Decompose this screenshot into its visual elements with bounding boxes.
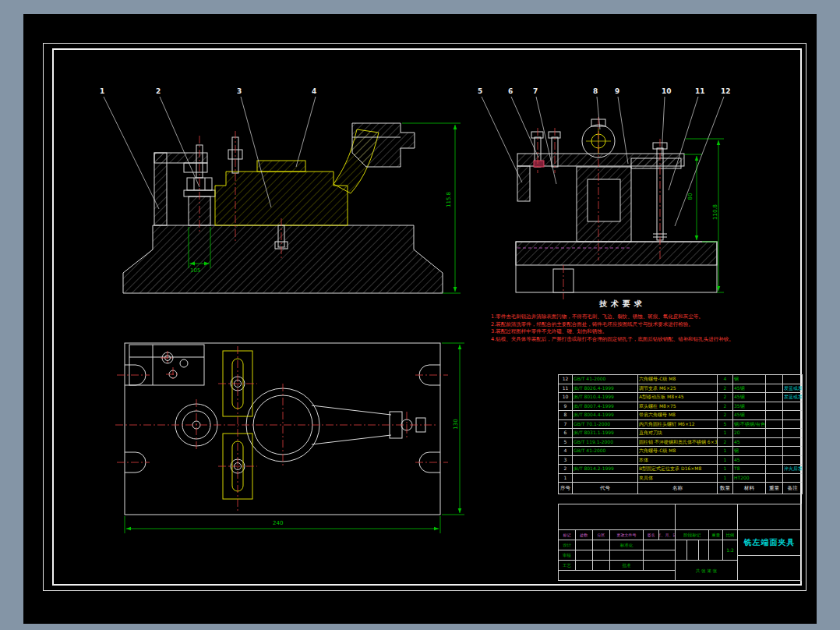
revision-header: 分区 — [593, 530, 610, 540]
header-num: 序号 — [559, 483, 573, 494]
parts-cell-remark — [783, 447, 803, 456]
tech-req-line: 3.装配过程图样中零件不允许磕、碰、划伤和锈蚀。 — [491, 328, 754, 336]
parts-cell-weight — [766, 455, 783, 465]
weight-label: 重量 — [709, 530, 723, 540]
drawing-title: 铣左端面夹具 — [744, 537, 796, 548]
parts-cell-remark: 淬火后发黑处理 — [783, 465, 803, 474]
parts-cell-weight — [766, 384, 783, 393]
parts-cell-qty: 2 — [718, 411, 733, 420]
revision-header: 签名 — [644, 530, 659, 540]
parts-cell-remark — [783, 411, 803, 420]
parts-cell-material: 20 — [733, 429, 766, 438]
balloon-2: 2 — [156, 87, 161, 95]
parts-cell-code: GB/T 41-2000 — [573, 375, 638, 384]
parts-cell-remark — [783, 419, 803, 429]
header-weight: 重量 — [766, 483, 783, 494]
header-code: 代号 — [573, 483, 638, 494]
weight-value — [709, 540, 723, 560]
role-process: 工艺 — [559, 561, 576, 570]
revision-header: 标记 — [559, 530, 576, 540]
parts-row: 4GB/T 41-2000六角螺母-C级 M81钢 — [559, 447, 803, 456]
parts-cell-material: 钢 — [733, 447, 766, 456]
dim-side-inner: 80 — [687, 193, 694, 200]
tech-req-line: 2.装配前清洗零件，经配合的主要配合面处，铸件毛坯应按图纸尺寸与技术要求进行检验… — [491, 321, 754, 329]
parts-cell-material: 钢 — [733, 375, 766, 384]
parts-cell-material: 45钢 — [733, 393, 766, 402]
parts-cell-code: JB/T 8007.4-1999 — [573, 402, 638, 411]
parts-row: 11JB/T 8026.4-1999调节支承 M6×25245钢发蓝或发黑处理 — [559, 384, 803, 393]
parts-cell-material: 35钢 — [733, 402, 766, 411]
parts-cell-material: 45钢 — [733, 384, 766, 393]
parts-cell-name: 内六角圆柱头螺钉 M6×12 — [638, 419, 718, 429]
parts-cell-remark: 发蓝或发黑处理 — [783, 393, 803, 402]
parts-cell-qty: 4 — [718, 375, 733, 384]
parts-cell-name: 圆柱销 不淬硬钢和奥氏体不锈钢 6×30 — [638, 437, 718, 447]
parts-cell-remark: 发蓝或发黑处理 — [783, 384, 803, 393]
parts-cell-material: T8 — [733, 465, 766, 474]
parts-cell-name: 直角对刀块 — [638, 429, 718, 438]
balloon-7: 7 — [533, 87, 538, 95]
balloon-12: 12 — [721, 87, 731, 95]
sheet-info: 共 张 第 张 — [676, 561, 737, 581]
stage-label: 阶段标记 — [676, 530, 709, 540]
tech-req-line: 4.钻模、夹具体等装配后，严禁打击或敲打不合理的固定销孔子，底面后钻铰销配、错补… — [491, 336, 754, 344]
parts-cell-name: 夹具体 — [638, 473, 718, 483]
parts-cell-qty: 5 — [718, 419, 733, 429]
parts-cell-qty: 1 — [718, 429, 733, 438]
technical-requirements: 技术要求 1.零件去毛刺锐边并清除表面污物，不得有毛刺、飞边、裂纹、锈蚀、斑痕、… — [491, 299, 754, 343]
parts-cell-weight — [766, 465, 783, 474]
role-check: 审核 — [559, 550, 576, 560]
parts-row: 6JB/T 8031.1-1999直角对刀块120 — [559, 429, 803, 438]
parts-cell-name: B型固定式定位支承 D16×M8 — [638, 465, 718, 474]
parts-cell-remark — [783, 429, 803, 438]
balloon-4: 4 — [312, 87, 316, 95]
parts-cell-num: 5 — [559, 437, 573, 447]
parts-cell-weight — [766, 402, 783, 411]
parts-cell-material: 45钢 — [733, 411, 766, 420]
parts-cell-name: 六角螺母-C级 M8 — [638, 375, 718, 384]
parts-cell-name: 本体 — [638, 455, 718, 465]
parts-cell-material: HT200 — [733, 473, 766, 483]
parts-cell-weight — [766, 437, 783, 447]
parts-cell-qty: 2 — [718, 384, 733, 393]
parts-cell-remark — [783, 402, 803, 411]
parts-cell-code: GB/T 119.1-2000 — [573, 437, 638, 447]
balloon-10: 10 — [662, 87, 672, 95]
revision-header-row: 标记处数分区更改文件号签名年、月、日 — [559, 530, 675, 540]
parts-cell-num: 2 — [559, 465, 573, 474]
scale-label: 比例 — [723, 530, 737, 540]
parts-row: 2JB/T 8014.2-1999B型固定式定位支承 D16×M81T8淬火后发… — [559, 465, 803, 474]
parts-cell-weight — [766, 419, 783, 429]
parts-row: 5GB/T 119.1-2000圆柱销 不淬硬钢和奥氏体不锈钢 6×30245 — [559, 437, 803, 447]
revision-header: 处数 — [576, 530, 593, 540]
parts-cell-material: 45 — [733, 437, 766, 447]
parts-cell-name: 调节支承 M6×25 — [638, 384, 718, 393]
parts-row: 7GB/T 70.1-2000内六角圆柱头螺钉 M6×125钢/不锈钢/有色金属 — [559, 419, 803, 429]
parts-cell-qty: 2 — [718, 393, 733, 402]
balloon-6: 6 — [508, 87, 513, 95]
parts-cell-weight — [766, 429, 783, 438]
parts-cell-name: 六角螺母-C级 M8 — [638, 447, 718, 456]
parts-cell-weight — [766, 411, 783, 420]
parts-cell-material: 钢/不锈钢/有色金属 — [733, 419, 766, 429]
tech-req-line: 1.零件去毛刺锐边并清除表面污物，不得有毛刺、飞边、裂纹、锈蚀、斑痕、氧化皮和灰… — [491, 313, 754, 321]
header-qty: 数量 — [718, 483, 733, 494]
parts-cell-weight — [766, 473, 783, 483]
parts-cell-code: JB/T 8031.1-1999 — [573, 429, 638, 438]
parts-cell-num: 7 — [559, 419, 573, 429]
dim-plan-width: 240 — [273, 520, 283, 526]
role-design: 设计 — [559, 540, 576, 550]
header-material: 材料 — [733, 483, 766, 494]
parts-row: 3本体145 — [559, 455, 803, 465]
parts-cell-code: JB/T 8010.4-1999 — [573, 393, 638, 402]
drawing-number-cell — [738, 556, 801, 581]
header-name: 名称 — [638, 483, 718, 494]
title-block-title-area: 铣左端面夹具 — [738, 530, 801, 581]
parts-cell-num: 11 — [559, 384, 573, 393]
parts-cell-remark — [783, 437, 803, 447]
parts-cell-num: 12 — [559, 375, 573, 384]
revision-header: 更改文件号 — [610, 530, 644, 540]
parts-cell-num: 1 — [559, 473, 573, 483]
parts-cell-num: 4 — [559, 447, 573, 456]
parts-cell-code — [573, 455, 638, 465]
